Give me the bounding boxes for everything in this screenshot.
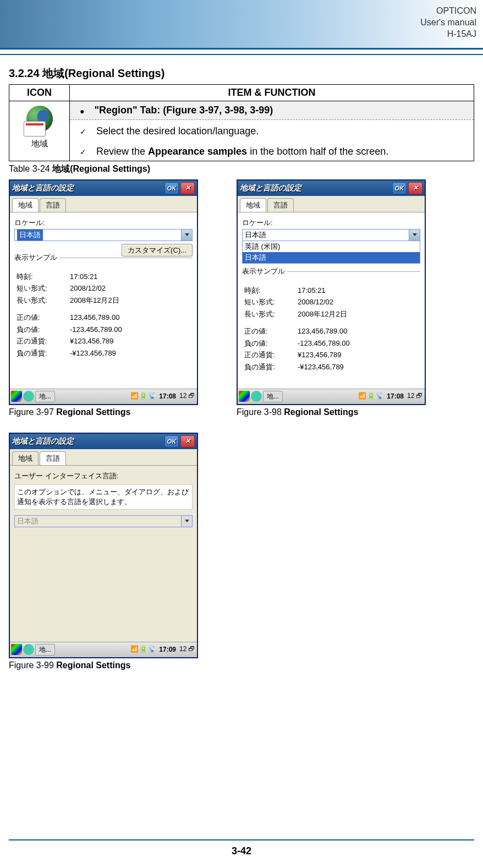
fig98-pre: Figure 3-98 [237, 407, 284, 417]
fig99-caption: Figure 3-99 Regional Settings [9, 660, 198, 670]
taskbar-item[interactable]: 地... [35, 644, 55, 656]
table-caption: Table 3-24 地域(Regional Settings) [9, 163, 474, 175]
header-model: H-15AJ [420, 29, 476, 40]
tabs-strip: 地域 言語 [10, 449, 197, 466]
sample-group-label: 表示サンプル [14, 253, 59, 261]
signal-icon[interactable]: 📡 [148, 645, 156, 654]
lbl-posnum: 正の値: [244, 326, 297, 337]
tray-icon[interactable]: 📶 [130, 645, 138, 654]
region-panel: ロケール: 日本語 英語 (米国) 日本語 表示サンプル 時刻:17: [238, 212, 425, 389]
battery-icon[interactable]: 🔋 [139, 392, 147, 401]
table-caption-bold: 地域(Regional Settings) [52, 164, 150, 173]
tab-language[interactable]: 言語 [40, 451, 66, 465]
lbl-longdate: 長い形式: [244, 309, 297, 320]
lbl-poscur: 正の通貨: [17, 336, 69, 347]
windows-icon[interactable]: 🗗 [188, 645, 196, 654]
tab-language[interactable]: 言語 [40, 198, 66, 212]
ui-lang-dropdown: 日本語 [14, 515, 193, 527]
sip-icon[interactable]: 12 [407, 392, 415, 401]
check-icon: ✓ [80, 125, 86, 138]
taskbar-globe-icon[interactable] [251, 391, 262, 402]
ui-lang-value: 日本語 [17, 516, 39, 526]
header-brand: OPTICON [420, 6, 476, 17]
step-row-1: ✓ Select the desired location/language. [70, 120, 474, 140]
taskbar: 地... 📶 🔋 📡 17:09 12 🗗 [10, 642, 197, 657]
sip-icon[interactable]: 12 [179, 392, 187, 401]
battery-icon[interactable]: 🔋 [139, 645, 147, 654]
icon-cell: 地域 [9, 101, 70, 161]
tab-language[interactable]: 言語 [267, 198, 294, 212]
tab-region[interactable]: 地域 [240, 198, 266, 212]
windows-icon[interactable]: 🗗 [188, 392, 196, 401]
customize-button[interactable]: カスタマイズ(C)... [122, 244, 193, 256]
start-icon[interactable] [239, 391, 250, 402]
taskbar-item[interactable]: 地... [35, 391, 55, 402]
step-row-2: ✓ Review the Appearance samples in the b… [70, 140, 474, 161]
ok-button[interactable]: OK [164, 182, 179, 194]
tray-icon[interactable]: 📶 [358, 392, 366, 401]
page-content: 3.2.24 地域(Regional Settings) ICON ITEM &… [0, 55, 483, 676]
close-button[interactable]: ✕ [180, 435, 195, 447]
val-poscur: ¥123,456,789 [70, 336, 191, 347]
language-panel: ユーザー インターフェイス言語: このオプションでは、メニュー、ダイアログ、およ… [10, 466, 197, 642]
sip-icon[interactable]: 12 [179, 645, 187, 654]
tabs-strip: 地域 言語 [238, 196, 425, 212]
val-poscur: ¥123,456,789 [298, 350, 419, 361]
table-caption-pre: Table 3-24 [9, 164, 52, 173]
signal-icon[interactable]: 📡 [376, 392, 383, 401]
locale-dropdown[interactable]: 日本語 [14, 229, 193, 241]
start-icon[interactable] [11, 644, 22, 655]
lbl-time: 時刻: [17, 271, 69, 282]
ok-button[interactable]: OK [392, 182, 407, 194]
lbl-poscur: 正の通貨: [244, 350, 297, 361]
close-button[interactable]: ✕ [408, 182, 422, 194]
windows-icon[interactable]: 🗗 [416, 392, 424, 401]
ok-button[interactable]: OK [164, 435, 179, 447]
titlebar: 地域と言語の設定 OK ✕ [10, 181, 197, 196]
start-icon[interactable] [11, 391, 22, 402]
locale-option-en[interactable]: 英語 (米国) [243, 241, 420, 252]
tray-icon[interactable]: 📶 [130, 392, 138, 401]
dialog-title: 地域と言語の設定 [12, 183, 74, 193]
locale-label: ロケール: [242, 218, 420, 228]
lbl-negcur: 負の通貨: [17, 348, 69, 359]
step2-bold: Appearance samples [148, 146, 247, 157]
section-title: 3.2.24 地域(Regional Settings) [9, 66, 474, 81]
samples-98: 時刻:17:05:21 短い形式:2008/12/02 長い形式:2008年12… [242, 284, 420, 374]
lbl-time: 時刻: [244, 285, 297, 296]
tab-heading-row: ● "Region" Tab: (Figure 3-97, 3-98, 3-99… [70, 101, 474, 120]
battery-icon[interactable]: 🔋 [367, 392, 375, 401]
val-longdate: 2008年12月2日 [70, 295, 191, 306]
step2-pre: Review the [96, 146, 148, 157]
locale-listbox[interactable]: 英語 (米国) 日本語 [242, 241, 420, 264]
lbl-longdate: 長い形式: [17, 295, 69, 306]
taskbar-globe-icon[interactable] [23, 391, 34, 402]
dropdown-arrow-icon[interactable] [409, 230, 420, 241]
icon-label: 地域 [13, 139, 66, 149]
footer-divider [9, 839, 474, 840]
figure-99-block: 地域と言語の設定 OK ✕ 地域 言語 ユーザー インターフェイス言語: このオ… [9, 433, 198, 676]
fig99-bold: Regional Settings [56, 660, 130, 670]
calendar-icon [24, 121, 46, 137]
figure-97-block: 地域と言語の設定 OK ✕ 地域 言語 ロケール: 日本語 カスタ [9, 179, 198, 423]
tab-region[interactable]: 地域 [12, 451, 39, 465]
region-panel: ロケール: 日本語 カスタマイズ(C)... 表示サンプル 時刻:17:05:2… [10, 212, 197, 389]
taskbar-globe-icon[interactable] [23, 644, 34, 655]
val-longdate: 2008年12月2日 [298, 309, 419, 320]
fig99-pre: Figure 3-99 [9, 660, 56, 670]
clock: 17:08 [387, 392, 404, 400]
taskbar-item[interactable]: 地... [263, 391, 283, 402]
dialog-title: 地域と言語の設定 [240, 183, 301, 193]
bullet-icon: ● [80, 107, 84, 116]
dropdown-arrow-icon[interactable] [181, 230, 192, 241]
locale-dropdown-open[interactable]: 日本語 [242, 229, 420, 241]
locale-option-jp[interactable]: 日本語 [243, 252, 420, 263]
header-manual: User's manual [420, 17, 476, 29]
lbl-negnum: 負の値: [244, 338, 297, 349]
screenshot-99: 地域と言語の設定 OK ✕ 地域 言語 ユーザー インターフェイス言語: このオ… [9, 433, 198, 658]
figures-row-1: 地域と言語の設定 OK ✕ 地域 言語 ロケール: 日本語 カスタ [9, 179, 474, 423]
signal-icon[interactable]: 📡 [148, 392, 156, 401]
header-band: OPTICON User's manual H-15AJ [0, 0, 483, 50]
tab-region[interactable]: 地域 [12, 198, 39, 212]
close-button[interactable]: ✕ [180, 182, 195, 194]
